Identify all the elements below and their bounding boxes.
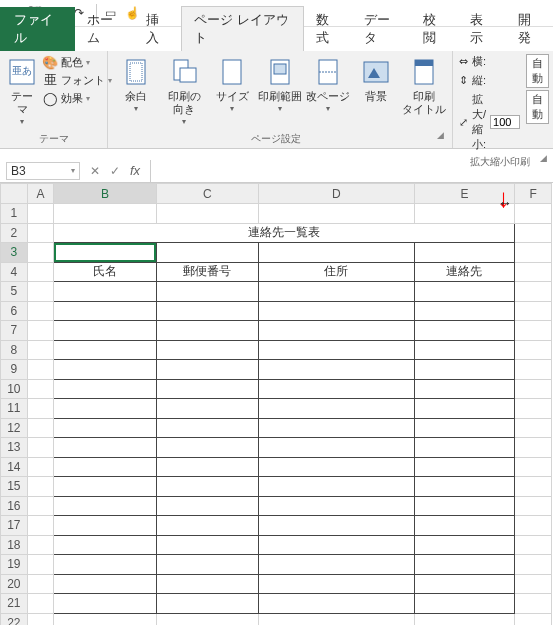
row-header[interactable]: 15 xyxy=(1,477,28,497)
cell[interactable] xyxy=(515,301,552,321)
breaks-button[interactable]: 改ページ▾ xyxy=(306,54,350,113)
title-cell[interactable]: 連絡先一覧表 xyxy=(54,223,515,243)
cell[interactable] xyxy=(414,360,514,380)
row-header[interactable]: 16 xyxy=(1,496,28,516)
cell[interactable]: 郵便番号 xyxy=(156,262,258,282)
cell[interactable] xyxy=(54,457,156,477)
row-header[interactable]: 4 xyxy=(1,262,28,282)
cell[interactable] xyxy=(54,496,156,516)
cell[interactable] xyxy=(54,594,156,614)
cell[interactable] xyxy=(259,204,415,224)
row-header[interactable]: 20 xyxy=(1,574,28,594)
cell[interactable] xyxy=(54,243,156,263)
cell[interactable] xyxy=(156,340,258,360)
tab-developer[interactable]: 開発 xyxy=(506,7,553,51)
cell[interactable] xyxy=(515,321,552,341)
col-header-c[interactable]: C xyxy=(156,184,258,204)
row-header[interactable]: 21 xyxy=(1,594,28,614)
cell[interactable] xyxy=(259,457,415,477)
cell[interactable] xyxy=(27,399,54,419)
cell[interactable] xyxy=(27,418,54,438)
cell[interactable] xyxy=(156,613,258,625)
cancel-icon[interactable]: ✕ xyxy=(90,164,100,178)
cell[interactable] xyxy=(27,243,54,263)
cell[interactable]: 連絡先 xyxy=(414,262,514,282)
scale-input[interactable] xyxy=(490,115,520,129)
cell[interactable] xyxy=(414,477,514,497)
cell[interactable] xyxy=(414,535,514,555)
cell[interactable] xyxy=(54,613,156,625)
formula-input[interactable] xyxy=(150,160,553,182)
row-header[interactable]: 6 xyxy=(1,301,28,321)
printarea-button[interactable]: 印刷範囲▾ xyxy=(258,54,302,113)
cell[interactable] xyxy=(156,594,258,614)
cell[interactable] xyxy=(259,340,415,360)
cell[interactable] xyxy=(515,477,552,497)
cell[interactable] xyxy=(54,321,156,341)
themes-button[interactable]: 亜あ テーマ ▾ xyxy=(6,54,38,126)
cell[interactable] xyxy=(27,555,54,575)
cell[interactable] xyxy=(515,243,552,263)
cell[interactable] xyxy=(27,282,54,302)
cell[interactable] xyxy=(259,282,415,302)
cell[interactable] xyxy=(515,418,552,438)
row-header[interactable]: 11 xyxy=(1,399,28,419)
cell[interactable] xyxy=(259,516,415,536)
cell[interactable] xyxy=(515,262,552,282)
cell[interactable] xyxy=(259,418,415,438)
cell[interactable] xyxy=(414,340,514,360)
cell[interactable] xyxy=(515,340,552,360)
cell[interactable] xyxy=(259,379,415,399)
cell[interactable] xyxy=(27,496,54,516)
tab-home[interactable]: ホーム xyxy=(75,7,134,51)
cell[interactable] xyxy=(156,321,258,341)
effects-button[interactable]: ◯効果▾ xyxy=(42,90,112,106)
cell[interactable] xyxy=(414,379,514,399)
cell[interactable] xyxy=(414,594,514,614)
row-header[interactable]: 5 xyxy=(1,282,28,302)
cell[interactable] xyxy=(54,555,156,575)
row-header[interactable]: 1 xyxy=(1,204,28,224)
row-header[interactable]: 8 xyxy=(1,340,28,360)
cell[interactable] xyxy=(156,282,258,302)
cell[interactable] xyxy=(54,204,156,224)
cell[interactable] xyxy=(27,535,54,555)
size-button[interactable]: サイズ▾ xyxy=(210,54,254,113)
row-header[interactable]: 14 xyxy=(1,457,28,477)
printtitles-button[interactable]: 印刷 タイトル xyxy=(402,54,446,116)
tab-formulas[interactable]: 数式 xyxy=(304,7,351,51)
cell[interactable] xyxy=(515,496,552,516)
cell[interactable] xyxy=(54,516,156,536)
cell[interactable] xyxy=(54,438,156,458)
dialog-launcher-icon[interactable]: ◢ xyxy=(437,130,446,148)
cell[interactable] xyxy=(54,282,156,302)
col-header-b[interactable]: B xyxy=(54,184,156,204)
cell[interactable] xyxy=(515,223,552,243)
cell[interactable] xyxy=(414,496,514,516)
cell[interactable] xyxy=(515,535,552,555)
cell[interactable] xyxy=(156,516,258,536)
cell[interactable] xyxy=(414,282,514,302)
cell[interactable] xyxy=(414,516,514,536)
cell[interactable] xyxy=(414,574,514,594)
cell[interactable] xyxy=(54,340,156,360)
margins-button[interactable]: 余白▾ xyxy=(114,54,158,113)
cell[interactable] xyxy=(515,204,552,224)
tab-view[interactable]: 表示 xyxy=(458,7,505,51)
cell[interactable] xyxy=(156,574,258,594)
cell[interactable] xyxy=(414,399,514,419)
row-header[interactable]: 9 xyxy=(1,360,28,380)
cell[interactable] xyxy=(414,438,514,458)
cell[interactable] xyxy=(259,399,415,419)
cell[interactable] xyxy=(27,516,54,536)
row-header[interactable]: 18 xyxy=(1,535,28,555)
cell[interactable] xyxy=(259,243,415,263)
cell[interactable] xyxy=(414,418,514,438)
row-header[interactable]: 2 xyxy=(1,223,28,243)
cell[interactable] xyxy=(156,379,258,399)
col-header-f[interactable]: F xyxy=(515,184,552,204)
row-header[interactable]: 7 xyxy=(1,321,28,341)
cell[interactable] xyxy=(54,399,156,419)
cell[interactable] xyxy=(54,535,156,555)
cell[interactable] xyxy=(414,204,514,224)
